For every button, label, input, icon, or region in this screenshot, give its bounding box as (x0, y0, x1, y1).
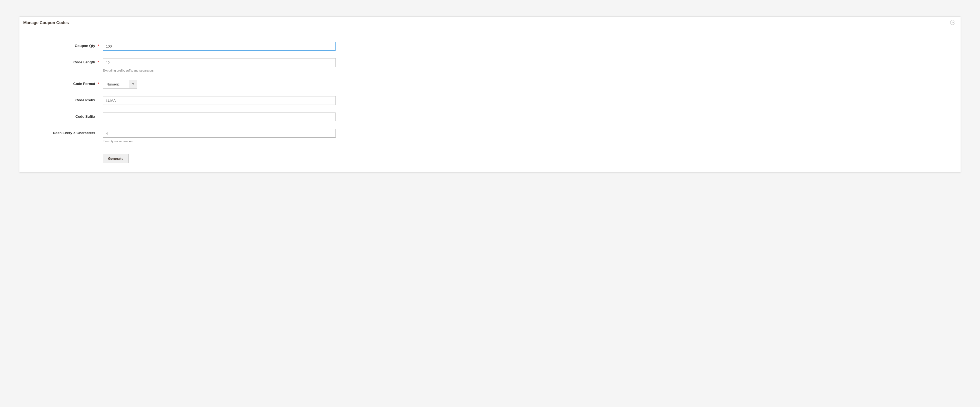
chevron-up-icon (951, 21, 954, 24)
manage-coupon-codes-panel: Manage Coupon Codes Coupon Qty Code Leng… (19, 16, 961, 173)
chevron-down-icon (132, 83, 134, 85)
dash-every-label: Dash Every X Characters (28, 129, 103, 135)
coupon-qty-input[interactable] (103, 42, 336, 51)
actions-row: Generate (28, 154, 952, 163)
dash-every-helper: If empty no separation. (103, 139, 336, 143)
collapse-toggle[interactable] (950, 20, 955, 25)
dash-every-row: Dash Every X Characters If empty no sepa… (28, 129, 952, 143)
code-suffix-row: Code Suffix (28, 112, 952, 121)
code-suffix-input[interactable] (103, 112, 336, 121)
code-prefix-row: Code Prefix (28, 96, 952, 105)
code-length-label: Code Length (28, 58, 103, 64)
coupon-qty-row: Coupon Qty (28, 42, 952, 51)
panel-header: Manage Coupon Codes (19, 17, 961, 28)
code-length-input[interactable] (103, 58, 336, 67)
code-prefix-label: Code Prefix (28, 96, 103, 102)
generate-button[interactable]: Generate (103, 154, 129, 163)
code-length-row: Code Length Excluding prefix, suffix and… (28, 58, 952, 72)
panel-body: Coupon Qty Code Length Excluding prefix,… (19, 28, 961, 173)
code-format-dropdown-arrow[interactable] (129, 80, 137, 89)
code-prefix-input[interactable] (103, 96, 336, 105)
code-format-select[interactable]: Numeric (103, 80, 137, 89)
code-length-helper: Excluding prefix, suffix and separators. (103, 69, 336, 72)
code-format-label: Code Format (28, 80, 103, 86)
dash-every-input[interactable] (103, 129, 336, 138)
coupon-qty-label: Coupon Qty (28, 42, 103, 48)
panel-title: Manage Coupon Codes (23, 20, 69, 25)
code-format-row: Code Format Numeric (28, 80, 952, 89)
code-suffix-label: Code Suffix (28, 112, 103, 119)
code-format-value: Numeric (103, 80, 129, 89)
